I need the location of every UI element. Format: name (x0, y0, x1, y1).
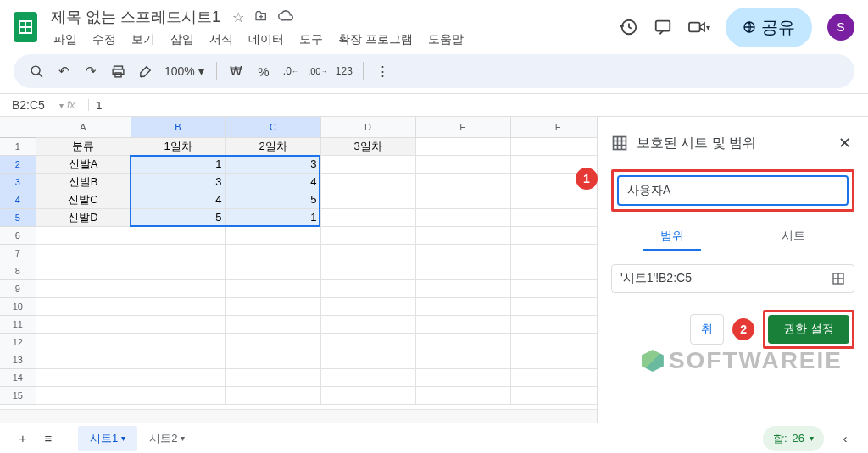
cell[interactable] (415, 173, 510, 191)
percent-button[interactable]: % (251, 58, 276, 84)
cell[interactable]: 3 (225, 155, 320, 173)
cell[interactable]: 1 (225, 208, 320, 226)
cell[interactable] (415, 208, 510, 226)
star-icon[interactable]: ☆ (232, 9, 244, 25)
more-icon[interactable]: ⋮ (370, 58, 396, 84)
cell[interactable] (415, 137, 510, 155)
print-icon[interactable] (105, 58, 131, 84)
menu-edit[interactable]: 수정 (86, 30, 122, 49)
meet-icon[interactable]: ▾ (687, 19, 710, 35)
select-all-corner[interactable] (0, 117, 36, 137)
cell[interactable]: 신발B (36, 173, 131, 191)
sum-display[interactable]: 합:26 ▾ (763, 426, 824, 451)
row-header[interactable]: 8 (0, 262, 36, 279)
cell[interactable]: 신발C (36, 191, 131, 208)
cell[interactable] (415, 191, 510, 208)
row-header[interactable]: 6 (0, 226, 36, 244)
menu-format[interactable]: 서식 (203, 30, 239, 49)
row-header[interactable]: 1 (0, 137, 36, 155)
menu-extensions[interactable]: 확장 프로그램 (332, 30, 419, 49)
paint-icon[interactable] (132, 58, 158, 84)
move-icon[interactable] (254, 9, 268, 25)
range-input[interactable] (620, 272, 832, 285)
row-header[interactable]: 15 (0, 386, 36, 404)
col-header-e[interactable]: E (415, 117, 510, 137)
undo-icon[interactable]: ↶ (51, 58, 76, 84)
add-sheet-button[interactable]: + (10, 426, 36, 451)
menu-view[interactable]: 보기 (125, 30, 161, 49)
row-header[interactable]: 13 (0, 351, 36, 368)
cell[interactable] (510, 208, 597, 226)
cell[interactable] (510, 191, 597, 208)
sheet-tab-1[interactable]: 시트1 ▾ (78, 426, 137, 451)
cell[interactable]: 신발D (36, 208, 131, 226)
tab-range[interactable]: 범위 (643, 224, 701, 251)
sheets-logo[interactable] (14, 12, 37, 42)
col-header-f[interactable]: F (510, 117, 597, 137)
formula-input[interactable] (96, 99, 868, 112)
increase-decimal-button[interactable]: .00→ (305, 58, 331, 84)
col-header-d[interactable]: D (320, 117, 415, 137)
row-header[interactable]: 4 (0, 191, 36, 208)
select-range-icon[interactable] (832, 272, 845, 285)
cell[interactable] (320, 191, 415, 208)
horizontal-scrollbar[interactable] (0, 409, 597, 423)
share-button[interactable]: 공유 (726, 8, 812, 47)
row-header[interactable]: 9 (0, 279, 36, 297)
row-header[interactable]: 14 (0, 368, 36, 386)
cell[interactable]: 2일차 (225, 137, 320, 155)
cell[interactable]: 5 (131, 208, 225, 226)
decrease-decimal-button[interactable]: .0← (278, 58, 303, 84)
cell[interactable] (320, 173, 415, 191)
menu-data[interactable]: 데이터 (242, 30, 290, 49)
avatar[interactable]: S (827, 14, 854, 41)
zoom-select[interactable]: 100% ▾ (159, 64, 209, 78)
row-header[interactable]: 3 (0, 173, 36, 191)
highlight-confirm: 권한 설정 (763, 310, 854, 349)
row-header[interactable]: 2 (0, 155, 36, 173)
row-header[interactable]: 7 (0, 244, 36, 262)
col-header-c[interactable]: C (225, 117, 320, 137)
cloud-icon[interactable] (278, 9, 293, 25)
col-header-b[interactable]: B (131, 117, 225, 137)
sheet-tab-2[interactable]: 시트2 ▾ (137, 426, 197, 451)
cell[interactable]: 1일차 (131, 137, 225, 155)
search-icon[interactable] (24, 58, 49, 84)
cell[interactable] (320, 208, 415, 226)
menu-file[interactable]: 파일 (47, 30, 83, 49)
cell[interactable]: 분류 (36, 137, 131, 155)
set-permissions-button[interactable]: 권한 설정 (768, 315, 849, 344)
description-input[interactable] (617, 175, 849, 206)
cell[interactable] (510, 137, 597, 155)
tab-sheet[interactable]: 시트 (765, 224, 822, 251)
cell[interactable]: 1 (131, 155, 225, 173)
comment-icon[interactable] (654, 18, 672, 36)
cell[interactable]: 신발A (36, 155, 131, 173)
menu-tools[interactable]: 도구 (293, 30, 329, 49)
document-title[interactable]: 제목 없는 스프레드시트1 (47, 5, 224, 29)
row-header[interactable]: 11 (0, 315, 36, 333)
row-header[interactable]: 12 (0, 333, 36, 351)
cell[interactable] (415, 155, 510, 173)
cell[interactable]: 4 (225, 173, 320, 191)
row-header[interactable]: 10 (0, 297, 36, 315)
cell[interactable]: 3일차 (320, 137, 415, 155)
cancel-button[interactable]: 취 (690, 314, 724, 345)
cell[interactable]: 3 (131, 173, 225, 191)
menu-help[interactable]: 도움말 (422, 30, 470, 49)
row-header[interactable]: 5 (0, 208, 36, 226)
close-icon[interactable]: ✕ (835, 130, 854, 156)
cell[interactable]: 5 (225, 191, 320, 208)
format-123-button[interactable]: 123 (332, 58, 356, 84)
all-sheets-button[interactable]: ≡ (36, 426, 61, 451)
redo-icon[interactable]: ↷ (78, 58, 103, 84)
name-box[interactable] (8, 98, 59, 112)
menu-insert[interactable]: 삽입 (164, 30, 200, 49)
explore-icon[interactable]: ‹ (832, 426, 858, 451)
cell[interactable]: 4 (131, 191, 225, 208)
history-icon[interactable] (620, 18, 638, 36)
currency-button[interactable]: ₩ (224, 58, 249, 84)
spreadsheet-grid[interactable]: A B C D E F 1 분류 1일차 2일차 3일차 2 신발A 1 3 3… (0, 117, 597, 423)
col-header-a[interactable]: A (36, 117, 131, 137)
cell[interactable] (320, 155, 415, 173)
